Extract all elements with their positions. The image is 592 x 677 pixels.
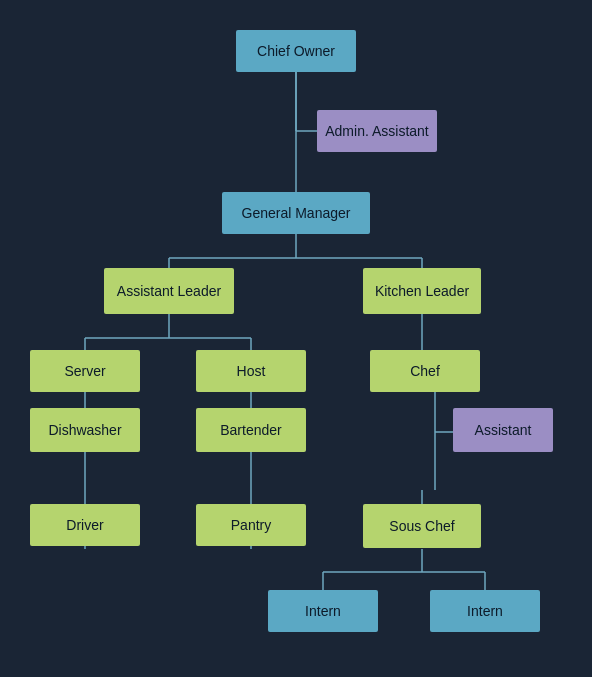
assistant-leader-node: Assistant Leader	[104, 268, 234, 314]
driver-node: Driver	[30, 504, 140, 546]
intern1-node: Intern	[268, 590, 378, 632]
host-node: Host	[196, 350, 306, 392]
org-chart: Chief Owner Admin. Assistant General Man…	[0, 0, 592, 677]
admin-assistant-node: Admin. Assistant	[317, 110, 437, 152]
server-node: Server	[30, 350, 140, 392]
kitchen-leader-node: Kitchen Leader	[363, 268, 481, 314]
general-manager-node: General Manager	[222, 192, 370, 234]
dishwasher-node: Dishwasher	[30, 408, 140, 452]
assistant-node: Assistant	[453, 408, 553, 452]
sous-chef-node: Sous Chef	[363, 504, 481, 548]
pantry-node: Pantry	[196, 504, 306, 546]
connectors	[0, 0, 592, 677]
bartender-node: Bartender	[196, 408, 306, 452]
intern2-node: Intern	[430, 590, 540, 632]
chief-owner-node: Chief Owner	[236, 30, 356, 72]
chef-node: Chef	[370, 350, 480, 392]
